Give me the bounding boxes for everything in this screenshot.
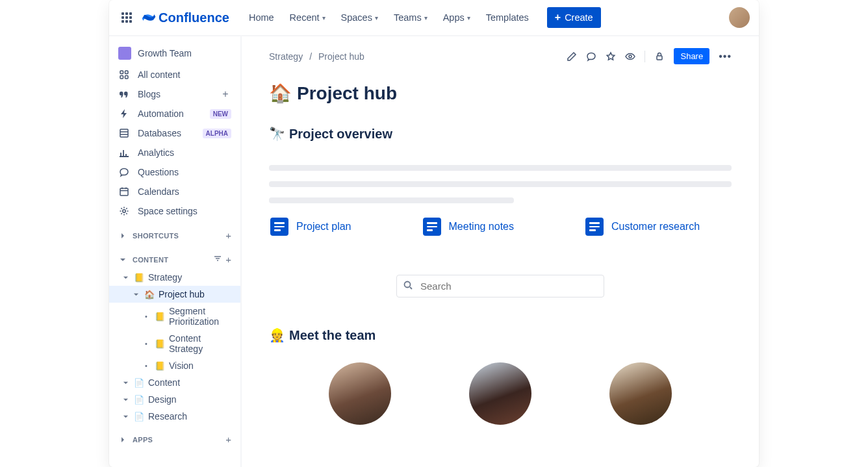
page-icon: 📄 bbox=[134, 395, 144, 405]
edit-button[interactable] bbox=[567, 51, 577, 62]
space-header[interactable]: Growth Team bbox=[109, 44, 240, 65]
chevron-right-icon bbox=[118, 231, 127, 240]
add-shortcut-button[interactable]: + bbox=[225, 230, 231, 241]
chevron-down-icon: ▾ bbox=[424, 14, 428, 21]
app-switcher-button[interactable] bbox=[118, 9, 135, 26]
content-placeholder bbox=[269, 165, 732, 203]
chevron-down-icon: ▾ bbox=[375, 14, 378, 21]
tree-research[interactable]: 📄 Research bbox=[109, 408, 240, 425]
nav-spaces[interactable]: Spaces▾ bbox=[335, 8, 385, 27]
sidebar-analytics[interactable]: Analytics bbox=[109, 143, 240, 162]
document-links: Project plan Meeting notes Customer rese… bbox=[269, 218, 732, 236]
doc-link-customer-research[interactable]: Customer research bbox=[585, 218, 700, 236]
sidebar-all-content[interactable]: All content bbox=[109, 65, 240, 84]
more-actions-button[interactable]: ••• bbox=[719, 51, 732, 62]
house-icon: 🏠 bbox=[144, 290, 155, 299]
svg-point-21 bbox=[405, 281, 411, 287]
star-button[interactable] bbox=[606, 51, 616, 62]
nav-home[interactable]: Home bbox=[242, 8, 281, 27]
sidebar-blogs[interactable]: Blogs + bbox=[109, 84, 240, 104]
share-button[interactable]: Share bbox=[674, 48, 709, 64]
ledger-icon: 📒 bbox=[155, 312, 165, 322]
nav-teams[interactable]: Teams▾ bbox=[387, 8, 434, 27]
svg-point-15 bbox=[123, 210, 125, 212]
content-tree: 📒 Strategy 🏠 Project hub • 📒 Segment Pri… bbox=[109, 269, 240, 425]
gear-icon bbox=[118, 205, 130, 217]
team-member-avatar[interactable] bbox=[609, 362, 672, 425]
add-app-button[interactable]: + bbox=[225, 434, 231, 445]
page-icon: 📄 bbox=[134, 412, 144, 422]
nav-recent[interactable]: Recent▾ bbox=[283, 8, 332, 27]
team-member-avatar[interactable] bbox=[329, 362, 391, 425]
restrictions-button[interactable] bbox=[654, 51, 665, 62]
breadcrumb-current[interactable]: Project hub bbox=[318, 51, 364, 62]
page-actions: Share ••• bbox=[567, 48, 732, 64]
quote-icon bbox=[118, 88, 130, 100]
new-badge: NEW bbox=[210, 109, 231, 119]
svg-rect-20 bbox=[657, 56, 662, 60]
sidebar: Growth Team All content Blogs + Automati… bbox=[109, 36, 242, 467]
svg-rect-1 bbox=[125, 71, 129, 74]
sidebar-questions[interactable]: Questions bbox=[109, 162, 240, 182]
user-avatar[interactable] bbox=[729, 7, 750, 28]
tree-vision[interactable]: • 📒 Vision bbox=[109, 357, 240, 374]
space-name: Growth Team bbox=[138, 48, 192, 58]
telescope-emoji-icon: 🔭 bbox=[269, 126, 285, 142]
page-title: 🏠 Project hub bbox=[269, 82, 732, 104]
chevron-down-icon bbox=[121, 395, 130, 404]
breadcrumb-parent[interactable]: Strategy bbox=[269, 51, 303, 62]
space-icon bbox=[118, 47, 131, 60]
house-emoji-icon: 🏠 bbox=[269, 82, 292, 104]
svg-rect-3 bbox=[125, 76, 129, 79]
watch-button[interactable] bbox=[625, 51, 635, 62]
confluence-logo[interactable]: Confluence bbox=[142, 10, 229, 25]
add-blog-button[interactable]: + bbox=[220, 88, 231, 100]
search-input[interactable] bbox=[396, 275, 604, 297]
sidebar-calendars[interactable]: Calendars bbox=[109, 182, 240, 201]
team-heading: 👷 Meet the team bbox=[269, 327, 732, 343]
lightning-icon bbox=[118, 108, 130, 120]
comment-button[interactable] bbox=[586, 51, 596, 62]
svg-rect-2 bbox=[120, 76, 123, 79]
sidebar-databases[interactable]: Databases ALPHA bbox=[109, 123, 240, 143]
document-icon bbox=[270, 218, 288, 236]
doc-link-project-plan[interactable]: Project plan bbox=[270, 218, 351, 236]
tree-content[interactable]: 📄 Content bbox=[109, 374, 240, 391]
main-content: Strategy / Project hub Share ••• 🏠 bbox=[242, 36, 759, 467]
team-member-avatar[interactable] bbox=[469, 362, 531, 425]
tree-content-strategy[interactable]: • 📒 Content Strategy bbox=[109, 330, 240, 357]
alpha-badge: ALPHA bbox=[203, 129, 231, 138]
chart-icon bbox=[118, 147, 130, 158]
sidebar-automation[interactable]: Automation NEW bbox=[109, 104, 240, 123]
sidebar-space-settings[interactable]: Space settings bbox=[109, 201, 240, 221]
apps-section-header[interactable]: APPS + bbox=[109, 429, 240, 449]
nav-templates[interactable]: Templates bbox=[479, 8, 535, 27]
nav-apps[interactable]: Apps▾ bbox=[437, 8, 477, 27]
add-content-button[interactable]: + bbox=[225, 254, 231, 265]
svg-point-19 bbox=[629, 55, 632, 58]
tree-segment-prioritization[interactable]: • 📒 Segment Prioritization bbox=[109, 303, 240, 330]
doc-link-meeting-notes[interactable]: Meeting notes bbox=[423, 218, 515, 236]
ledger-icon: 📒 bbox=[155, 339, 165, 349]
tree-strategy[interactable]: 📒 Strategy bbox=[109, 269, 240, 286]
page-icon: 📄 bbox=[134, 378, 144, 388]
chevron-down-icon: ▾ bbox=[322, 14, 326, 21]
team-avatars bbox=[269, 362, 732, 425]
tree-project-hub[interactable]: 🏠 Project hub bbox=[109, 286, 240, 303]
chat-icon bbox=[118, 166, 130, 178]
svg-rect-4 bbox=[120, 129, 128, 137]
create-button[interactable]: + Create bbox=[547, 7, 601, 28]
calendar-icon bbox=[118, 186, 130, 197]
app-switcher-icon bbox=[121, 12, 132, 23]
chevron-down-icon bbox=[121, 412, 130, 421]
filter-icon[interactable] bbox=[214, 254, 222, 265]
svg-rect-11 bbox=[120, 188, 128, 196]
chevron-down-icon bbox=[131, 290, 140, 299]
content-section-header[interactable]: CONTENT + bbox=[109, 249, 240, 269]
chevron-down-icon bbox=[121, 273, 130, 282]
tree-design[interactable]: 📄 Design bbox=[109, 391, 240, 408]
brand-text: Confluence bbox=[159, 10, 229, 25]
overview-heading: 🔭 Project overview bbox=[269, 126, 732, 142]
shortcuts-section-header[interactable]: SHORTCUTS + bbox=[109, 225, 240, 245]
chevron-down-icon: ▾ bbox=[467, 14, 470, 21]
